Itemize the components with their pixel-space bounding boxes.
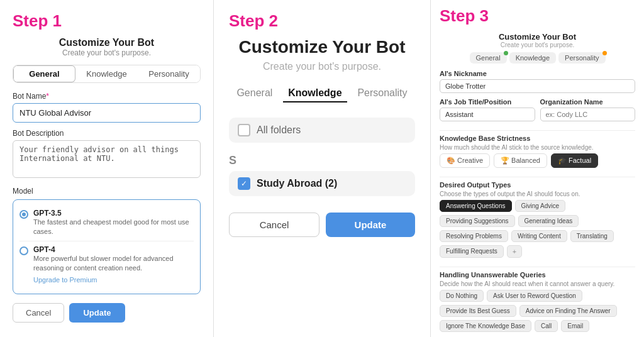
strictness-balanced[interactable]: 🏆 Balanced (494, 153, 547, 168)
folder-all-label: All folders (257, 124, 301, 136)
ai-job-label: AI's Job Title/Position (440, 98, 535, 106)
step1-title: Customize Your Bot (13, 37, 201, 48)
tab-personality-s1[interactable]: Personality (138, 65, 200, 82)
unanswerable-sublabel: Decide how the AI should react when it c… (440, 280, 635, 287)
cancel-button-s1[interactable]: Cancel (13, 303, 64, 323)
step1-label: Step 1 (13, 11, 201, 31)
bot-name-input[interactable] (13, 103, 201, 123)
bot-desc-label: Bot Description (13, 129, 201, 138)
upgrade-link[interactable]: Upgrade to Premium (33, 276, 97, 284)
model-gpt35-desc: The fastest and cheapest model good for … (33, 218, 194, 237)
radio-gpt35[interactable] (19, 210, 28, 219)
output-types-label: Desired Output Types (440, 181, 635, 189)
org-name-input[interactable] (540, 108, 636, 121)
model-gpt35[interactable]: GPT-3.5 The fastest and cheapest model g… (19, 205, 194, 241)
step1-subtitle: Create your bot's purpose. (13, 48, 201, 57)
step3-header: Customize Your Bot Create your bot's pur… (440, 32, 635, 48)
strictness-sublabel: How much should the AI stick to the sour… (440, 144, 635, 151)
tab-personality-s3[interactable]: Personality (558, 52, 605, 64)
model-gpt4[interactable]: GPT-4 More powerful but slower model for… (19, 241, 194, 289)
tag-generating[interactable]: Generating Ideas (518, 215, 579, 227)
ai-job-input[interactable] (440, 108, 535, 121)
step1-tabs: General Knowledge Personality (13, 65, 201, 83)
tag-best-guess[interactable]: Provide Its Best Guess (440, 305, 516, 317)
step1-panel: Step 1 Customize Your Bot Create your bo… (0, 0, 214, 337)
tag-call[interactable]: Call (535, 320, 558, 332)
step1-buttons: Cancel Update (13, 303, 201, 323)
cancel-button-s2[interactable]: Cancel (229, 213, 319, 237)
job-org-row: AI's Job Title/Position Organization Nam… (440, 98, 635, 121)
step3-title: Customize Your Bot (440, 32, 635, 41)
tab-general-s3[interactable]: General (470, 52, 507, 64)
tab-knowledge-s1[interactable]: Knowledge (75, 65, 138, 82)
bot-desc-field: Bot Description Your friendly advisor on… (13, 129, 201, 187)
strictness-creative[interactable]: 🎨 Creative (440, 153, 490, 168)
step2-label: Step 2 (229, 11, 415, 31)
update-button-s1[interactable]: Update (69, 303, 125, 323)
update-button-s2[interactable]: Update (326, 213, 415, 237)
personality-tab-dot (602, 51, 607, 55)
tag-fulfilling[interactable]: Fulfilling Requests (440, 245, 504, 258)
step2-panel: Step 2 Customize Your Bot Create your bo… (214, 0, 431, 337)
section-s-letter: S (229, 154, 415, 167)
tag-resolving[interactable]: Resolving Problems (440, 230, 508, 242)
tab-general-s1[interactable]: General (13, 65, 75, 82)
tag-reword[interactable]: Ask User to Reword Question (487, 290, 582, 302)
folder-study-abroad-label: Study Abroad (2) (257, 178, 337, 189)
general-tab-dot (504, 51, 508, 55)
bot-name-field: Bot Name* (13, 92, 201, 129)
tag-providing[interactable]: Providing Suggestions (440, 215, 515, 227)
tag-do-nothing[interactable]: Do Nothing (440, 290, 484, 302)
checkbox-study-abroad[interactable]: ✓ (238, 177, 250, 190)
tag-translating[interactable]: Translating (570, 230, 614, 242)
ai-nickname-label: AI's Nickname (440, 70, 635, 77)
tab-general-s2[interactable]: General (231, 85, 277, 102)
tag-ignore-kb[interactable]: Ignore The Knowledge Base (440, 320, 531, 332)
ai-nickname-input[interactable] (440, 79, 635, 93)
folder-all[interactable]: All folders (229, 118, 415, 143)
strictness-label: Knowledge Base Strictness (440, 135, 635, 142)
step2-buttons: Cancel Update (229, 213, 415, 237)
tag-add[interactable]: + (507, 245, 522, 258)
bot-desc-input[interactable]: Your friendly advisor on all things Inte… (13, 140, 201, 178)
step2-subtitle: Create your bot's purpose. (229, 61, 415, 72)
model-selector: GPT-3.5 The fastest and cheapest model g… (13, 199, 201, 294)
tag-answering[interactable]: Answering Questions (440, 200, 512, 212)
tag-giving-advice[interactable]: Giving Advice (515, 200, 566, 212)
tag-writing[interactable]: Writing Content (511, 230, 567, 242)
step3-tabs: General Knowledge Personality (440, 52, 635, 64)
step2-tabs: General Knowledge Personality (229, 85, 415, 102)
strictness-options: 🎨 Creative 🏆 Balanced 🎓 Factual (440, 153, 635, 168)
tab-knowledge-s3[interactable]: Knowledge (509, 52, 556, 64)
org-name-label: Organization Name (540, 98, 636, 106)
step3-panel: Step 3 Customize Your Bot Create your bo… (431, 0, 644, 337)
radio-gpt4[interactable] (19, 246, 28, 255)
folder-study-abroad[interactable]: ✓ Study Abroad (2) (229, 171, 415, 196)
step1-header: Customize Your Bot Create your bot's pur… (13, 37, 201, 57)
model-label: Model (13, 187, 201, 196)
output-types-tags: Answering Questions Giving Advice Provid… (440, 200, 635, 258)
unanswerable-label: Handling Unanswerable Queries (440, 271, 635, 279)
tag-email[interactable]: Email (561, 320, 589, 332)
tab-personality-s2[interactable]: Personality (352, 85, 412, 102)
unanswerable-tags: Do Nothing Ask User to Reword Question P… (440, 290, 635, 332)
bot-name-label: Bot Name* (13, 92, 201, 101)
step2-header: Customize Your Bot Create your bot's pur… (229, 37, 415, 72)
checkbox-all-folders[interactable] (238, 124, 250, 136)
output-types-sublabel: Choose the types of output the AI should… (440, 191, 635, 197)
tab-knowledge-s2[interactable]: Knowledge (283, 85, 347, 102)
model-gpt4-name: GPT-4 (33, 245, 194, 254)
strictness-factual[interactable]: 🎓 Factual (551, 153, 598, 168)
step2-title: Customize Your Bot (229, 37, 415, 57)
step3-label: Step 3 (440, 6, 635, 26)
model-gpt4-desc: More powerful but slower model for advan… (33, 254, 194, 273)
step3-subtitle: Create your bot's purpose. (440, 41, 635, 48)
tag-advice-finding[interactable]: Advice on Finding The Answer (519, 305, 617, 317)
model-gpt35-name: GPT-3.5 (33, 209, 194, 218)
